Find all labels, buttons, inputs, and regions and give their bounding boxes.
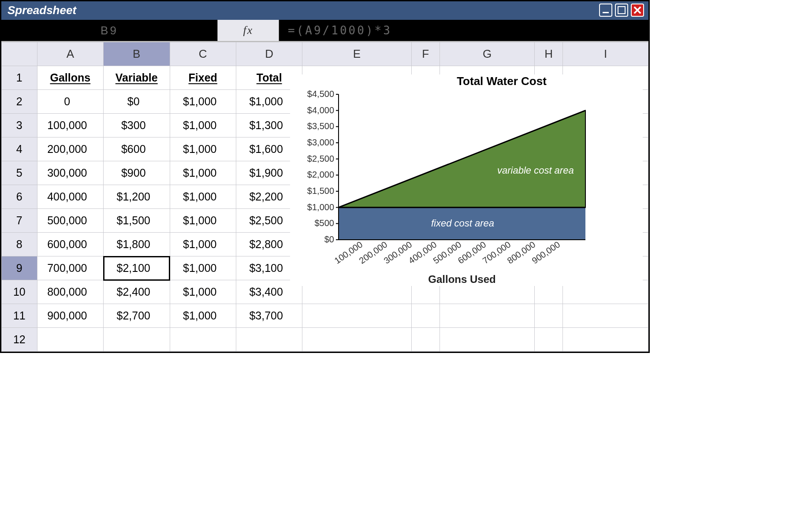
sheet-table[interactable]: ABCDEFGHI 1GallonsVariableFixedTotal20$0… — [1, 42, 648, 352]
cell-D3[interactable]: $1,300 — [236, 114, 302, 137]
cell-C7[interactable]: $1,000 — [170, 209, 236, 233]
cell-G11[interactable] — [440, 304, 535, 328]
cell-I10[interactable] — [563, 280, 648, 304]
cell-G4[interactable] — [440, 137, 535, 161]
row-header-1[interactable]: 1 — [2, 66, 37, 90]
cell-D7[interactable]: $2,500 — [236, 209, 302, 233]
cell-I4[interactable] — [563, 137, 648, 161]
cell-A4[interactable]: 200,000 — [37, 137, 103, 161]
cell-H1[interactable] — [534, 66, 562, 90]
cell-G5[interactable] — [440, 161, 535, 185]
cell-B11[interactable]: $2,700 — [104, 304, 170, 328]
cell-C5[interactable]: $1,000 — [170, 161, 236, 185]
column-header-B[interactable]: B — [104, 42, 170, 66]
name-box[interactable]: B9 — [1, 24, 217, 37]
cell-G6[interactable] — [440, 185, 535, 209]
cell-D9[interactable]: $3,100 — [236, 256, 302, 280]
close-button[interactable] — [631, 4, 644, 17]
cell-H11[interactable] — [534, 304, 562, 328]
cell-G10[interactable] — [440, 280, 535, 304]
cell-E7[interactable] — [302, 209, 411, 233]
cell-A12[interactable] — [37, 328, 103, 352]
cell-B8[interactable]: $1,800 — [104, 233, 170, 256]
cell-G9[interactable] — [440, 256, 535, 280]
cell-A6[interactable]: 400,000 — [37, 185, 103, 209]
cell-G1[interactable] — [440, 66, 535, 90]
cell-F10[interactable] — [411, 280, 440, 304]
cell-C3[interactable]: $1,000 — [170, 114, 236, 137]
cell-E1[interactable] — [302, 66, 411, 90]
cell-F8[interactable] — [411, 233, 440, 256]
cell-D10[interactable]: $3,400 — [236, 280, 302, 304]
cell-D8[interactable]: $2,800 — [236, 233, 302, 256]
cell-A5[interactable]: 300,000 — [37, 161, 103, 185]
column-header-C[interactable]: C — [170, 42, 236, 66]
cell-A11[interactable]: 900,000 — [37, 304, 103, 328]
cell-G8[interactable] — [440, 233, 535, 256]
cell-A10[interactable]: 800,000 — [37, 280, 103, 304]
cell-D5[interactable]: $1,900 — [236, 161, 302, 185]
cell-H7[interactable] — [534, 209, 562, 233]
cell-I2[interactable] — [563, 90, 648, 114]
select-all-corner[interactable] — [2, 42, 37, 66]
cell-H9[interactable] — [534, 256, 562, 280]
cell-B7[interactable]: $1,500 — [104, 209, 170, 233]
cell-C4[interactable]: $1,000 — [170, 137, 236, 161]
minimize-button[interactable] — [599, 4, 612, 17]
cell-A1[interactable]: Gallons — [37, 66, 103, 90]
cell-H3[interactable] — [534, 114, 562, 137]
cell-D2[interactable]: $1,000 — [236, 90, 302, 114]
cell-E10[interactable] — [302, 280, 411, 304]
row-header-5[interactable]: 5 — [2, 161, 37, 185]
cell-I9[interactable] — [563, 256, 648, 280]
cell-B3[interactable]: $300 — [104, 114, 170, 137]
cell-H8[interactable] — [534, 233, 562, 256]
cell-D4[interactable]: $1,600 — [236, 137, 302, 161]
cell-H12[interactable] — [534, 328, 562, 352]
cell-I5[interactable] — [563, 161, 648, 185]
row-header-8[interactable]: 8 — [2, 233, 37, 256]
cell-D12[interactable] — [236, 328, 302, 352]
cell-E9[interactable] — [302, 256, 411, 280]
cell-D1[interactable]: Total — [236, 66, 302, 90]
row-header-3[interactable]: 3 — [2, 114, 37, 137]
cell-H10[interactable] — [534, 280, 562, 304]
cell-C8[interactable]: $1,000 — [170, 233, 236, 256]
cell-E8[interactable] — [302, 233, 411, 256]
cell-E11[interactable] — [302, 304, 411, 328]
cell-A8[interactable]: 600,000 — [37, 233, 103, 256]
cell-C1[interactable]: Fixed — [170, 66, 236, 90]
column-header-G[interactable]: G — [440, 42, 535, 66]
cell-I3[interactable] — [563, 114, 648, 137]
cell-C9[interactable]: $1,000 — [170, 256, 236, 280]
cell-C2[interactable]: $1,000 — [170, 90, 236, 114]
cell-E2[interactable] — [302, 90, 411, 114]
column-header-E[interactable]: E — [302, 42, 411, 66]
fx-button[interactable]: fx — [217, 20, 279, 41]
cell-G2[interactable] — [440, 90, 535, 114]
cell-I11[interactable] — [563, 304, 648, 328]
cell-B9[interactable]: $2,100 — [104, 256, 170, 280]
cell-C12[interactable] — [170, 328, 236, 352]
cell-B10[interactable]: $2,400 — [104, 280, 170, 304]
column-header-H[interactable]: H — [534, 42, 562, 66]
cell-B1[interactable]: Variable — [104, 66, 170, 90]
cell-B5[interactable]: $900 — [104, 161, 170, 185]
column-header-I[interactable]: I — [563, 42, 648, 66]
row-header-6[interactable]: 6 — [2, 185, 37, 209]
cell-B6[interactable]: $1,200 — [104, 185, 170, 209]
cell-F6[interactable] — [411, 185, 440, 209]
row-header-12[interactable]: 12 — [2, 328, 37, 352]
row-header-11[interactable]: 11 — [2, 304, 37, 328]
cell-F3[interactable] — [411, 114, 440, 137]
cell-H4[interactable] — [534, 137, 562, 161]
cell-I7[interactable] — [563, 209, 648, 233]
cell-E5[interactable] — [302, 161, 411, 185]
formula-input[interactable]: =(A9/1000)*3 — [279, 24, 392, 37]
cell-F1[interactable] — [411, 66, 440, 90]
cell-C10[interactable]: $1,000 — [170, 280, 236, 304]
cell-H6[interactable] — [534, 185, 562, 209]
cell-F5[interactable] — [411, 161, 440, 185]
cell-C6[interactable]: $1,000 — [170, 185, 236, 209]
cell-A2[interactable]: 0 — [37, 90, 103, 114]
